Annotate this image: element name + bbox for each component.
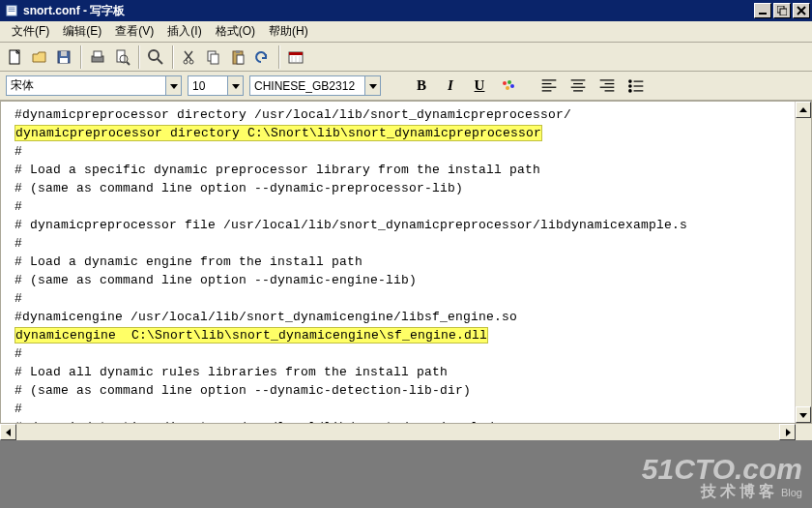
text-line: # Load a specific dynamic preprocessor l… bbox=[14, 163, 540, 177]
new-button[interactable] bbox=[4, 45, 27, 69]
svg-point-33 bbox=[506, 86, 509, 90]
find-button[interactable] bbox=[144, 45, 167, 69]
text-line: # dynamicdetection directory /usr/local/… bbox=[14, 420, 494, 423]
vertical-scrollbar[interactable] bbox=[795, 102, 811, 423]
color-button[interactable] bbox=[497, 75, 520, 97]
svg-line-17 bbox=[158, 59, 162, 64]
watermark-text: 技术博客 bbox=[701, 483, 778, 499]
scroll-right-icon[interactable] bbox=[779, 424, 796, 440]
text-line: #dynamicengine /usr/local/lib/snort_dyna… bbox=[14, 310, 517, 324]
watermark-logo: 51CTO.com bbox=[642, 454, 802, 485]
svg-line-15 bbox=[127, 62, 130, 65]
preview-button[interactable] bbox=[110, 45, 133, 69]
size-input[interactable] bbox=[188, 76, 227, 95]
watermark: 51CTO.com 技术博客 Blog bbox=[642, 454, 802, 500]
text-line: # (same as command line option --dynamic… bbox=[14, 383, 471, 398]
text-line: # bbox=[14, 236, 22, 251]
svg-point-46 bbox=[628, 79, 632, 83]
align-center-button[interactable] bbox=[566, 75, 590, 97]
paste-button[interactable] bbox=[226, 45, 249, 69]
svg-point-30 bbox=[503, 81, 507, 85]
open-button[interactable] bbox=[28, 45, 51, 69]
text-line: # dynamicpreprocessor file /usr/local/li… bbox=[14, 218, 687, 232]
text-line: # bbox=[14, 199, 22, 214]
text-line: # (same as command line option --dynamic… bbox=[14, 273, 417, 287]
charset-dropdown-icon[interactable] bbox=[364, 76, 380, 95]
toolbar-separator bbox=[80, 45, 82, 69]
menu-insert[interactable]: 插入(I) bbox=[161, 21, 207, 42]
svg-rect-10 bbox=[60, 58, 68, 63]
size-dropdown-icon[interactable] bbox=[227, 76, 243, 95]
horizontal-scrollbar[interactable] bbox=[0, 424, 812, 440]
svg-rect-23 bbox=[236, 50, 240, 53]
svg-rect-4 bbox=[759, 13, 767, 15]
scroll-track[interactable] bbox=[16, 424, 779, 440]
text-line: # bbox=[14, 346, 22, 361]
toolbar-separator bbox=[172, 45, 174, 69]
svg-point-31 bbox=[508, 80, 511, 84]
undo-button[interactable] bbox=[250, 45, 274, 69]
editor-area: #dynamicpreprocessor directory /usr/loca… bbox=[0, 101, 812, 424]
svg-point-32 bbox=[510, 84, 514, 88]
menubar: 文件(F) 编辑(E) 查看(V) 插入(I) 格式(O) 帮助(H) bbox=[0, 21, 812, 43]
bold-button[interactable]: B bbox=[410, 75, 433, 97]
svg-point-48 bbox=[628, 84, 632, 88]
font-input[interactable] bbox=[7, 76, 165, 95]
svg-point-18 bbox=[184, 60, 188, 64]
cut-button[interactable] bbox=[178, 45, 201, 69]
window-title: snort.conf - 写字板 bbox=[23, 3, 754, 19]
underline-button[interactable]: U bbox=[468, 75, 491, 97]
charset-input[interactable] bbox=[250, 76, 364, 95]
font-dropdown-icon[interactable] bbox=[165, 76, 181, 95]
copy-button[interactable] bbox=[202, 45, 225, 69]
menu-help[interactable]: 帮助(H) bbox=[263, 21, 314, 42]
close-button[interactable] bbox=[793, 3, 810, 18]
datetime-button[interactable] bbox=[284, 45, 307, 69]
scroll-corner bbox=[796, 424, 812, 440]
scroll-left-icon[interactable] bbox=[0, 424, 16, 440]
svg-rect-1 bbox=[9, 8, 15, 9]
svg-rect-26 bbox=[289, 52, 303, 55]
save-button[interactable] bbox=[52, 45, 75, 69]
menu-edit[interactable]: 编辑(E) bbox=[57, 21, 107, 42]
scroll-down-icon[interactable] bbox=[796, 406, 811, 423]
text-line: # Load all dynamic rules libraries from … bbox=[14, 365, 448, 379]
svg-point-50 bbox=[628, 89, 632, 93]
format-toolbar: B I U bbox=[0, 72, 812, 101]
italic-button[interactable]: I bbox=[439, 75, 462, 97]
scroll-up-icon[interactable] bbox=[796, 102, 811, 118]
highlighted-line: dynamicpreprocessor directory C:\Snort\l… bbox=[14, 125, 542, 141]
text-editor[interactable]: #dynamicpreprocessor directory /usr/loca… bbox=[1, 102, 795, 423]
svg-point-16 bbox=[149, 50, 159, 60]
text-line: # bbox=[14, 291, 22, 306]
text-line: # bbox=[14, 144, 22, 159]
menu-file[interactable]: 文件(F) bbox=[6, 21, 55, 42]
highlighted-line: dynamicengine C:\Snort\lib\snort_dynamic… bbox=[14, 327, 488, 344]
svg-rect-3 bbox=[9, 11, 15, 12]
print-button[interactable] bbox=[86, 45, 109, 69]
svg-rect-24 bbox=[237, 55, 244, 64]
menu-format[interactable]: 格式(O) bbox=[210, 21, 261, 42]
svg-rect-2 bbox=[9, 9, 15, 10]
align-left-button[interactable] bbox=[537, 75, 561, 97]
charset-combo[interactable] bbox=[249, 75, 381, 96]
toolbar-separator bbox=[278, 45, 280, 69]
text-line: #dynamicpreprocessor directory /usr/loca… bbox=[14, 107, 571, 122]
menu-view[interactable]: 查看(V) bbox=[109, 21, 160, 42]
svg-point-19 bbox=[189, 60, 193, 64]
svg-rect-12 bbox=[94, 51, 102, 57]
svg-rect-6 bbox=[780, 9, 787, 15]
text-line: # Load a dynamic engine from the install… bbox=[14, 254, 362, 269]
app-icon bbox=[4, 3, 19, 18]
size-combo[interactable] bbox=[188, 75, 244, 96]
bullets-button[interactable] bbox=[624, 75, 648, 97]
svg-rect-9 bbox=[61, 51, 67, 56]
window-buttons bbox=[754, 3, 812, 18]
maximize-button[interactable] bbox=[773, 3, 791, 18]
text-line: # (same as command line option --dynamic… bbox=[14, 181, 463, 195]
font-combo[interactable] bbox=[6, 75, 182, 96]
standard-toolbar bbox=[0, 43, 812, 72]
minimize-button[interactable] bbox=[754, 3, 771, 18]
align-right-button[interactable] bbox=[595, 75, 619, 97]
watermark-sub: Blog bbox=[781, 487, 802, 498]
